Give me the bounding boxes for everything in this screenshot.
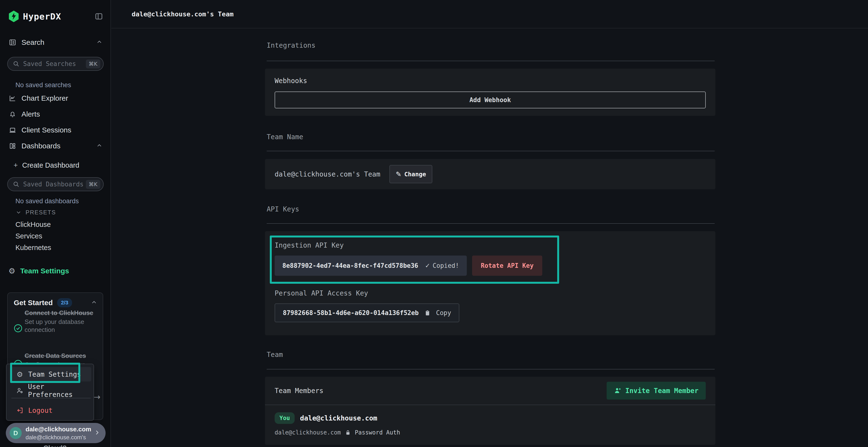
saved-searches-input[interactable] xyxy=(23,60,86,67)
sidebar-item-team-settings[interactable]: ⚙ Team Settings xyxy=(8,266,69,276)
user-team-name: dale@clickhouse.com's xyxy=(26,434,94,441)
saved-searches-input-wrap: ⌘K xyxy=(7,57,104,71)
member-identity: You dale@clickhouse.com xyxy=(275,412,706,424)
topbar: dale@clickhouse.com's Team xyxy=(112,0,868,28)
search-icon xyxy=(12,181,20,188)
personal-api-key-chip[interactable]: 87982668-58b1-4d6e-a620-014a136f52eb Cop… xyxy=(275,304,459,322)
pencil-icon: ✎ xyxy=(396,170,401,178)
ingestion-api-key-value: 8e887902-4ed7-44ea-8fec-f47cd578be36 xyxy=(282,262,418,269)
menu-item-team-settings[interactable]: ⚙ Team Settings xyxy=(10,367,91,381)
hyperdx-logo-icon xyxy=(8,10,19,22)
personal-key-row: 87982668-58b1-4d6e-a620-014a136f52eb Cop… xyxy=(275,304,706,322)
sidebar-item-search[interactable]: Search xyxy=(0,37,111,48)
chart-explorer-icon xyxy=(8,94,17,102)
plus-icon: + xyxy=(11,161,20,169)
preset-item-services[interactable]: Services xyxy=(16,232,42,240)
team-members-title: Team Members xyxy=(275,387,323,395)
sidebar-item-dashboards[interactable]: Dashboards xyxy=(0,140,111,152)
team-card: Team Members Invite Team Member You dale… xyxy=(265,377,715,445)
sidebar-item-label: Client Sessions xyxy=(22,126,71,134)
dashboards-icon xyxy=(8,142,17,150)
user-account-button[interactable]: D dale@clickhouse.com dale@clickhouse.co… xyxy=(6,423,105,443)
bell-icon xyxy=(8,110,17,118)
menu-item-label: Team Settings xyxy=(28,370,81,378)
section-divider xyxy=(267,151,715,151)
add-webhook-button[interactable]: Add Webhook xyxy=(275,92,706,108)
clipped-cloud-text: Cloud? xyxy=(43,444,66,447)
chevron-down-icon xyxy=(16,209,22,215)
page-title: dale@clickhouse.com's Team xyxy=(132,10,234,18)
section-divider xyxy=(267,223,715,224)
you-badge: You xyxy=(275,412,294,424)
copied-label: Copied! xyxy=(433,262,459,269)
chevron-right-icon xyxy=(94,429,101,437)
change-team-name-button[interactable]: ✎ Change xyxy=(390,165,432,183)
get-started-header[interactable]: Get Started 2/3 xyxy=(14,298,97,307)
menu-item-user-preferences[interactable]: User Preferences xyxy=(10,383,91,398)
api-keys-card: Ingestion API Key 8e887902-4ed7-44ea-8fe… xyxy=(265,231,715,335)
menu-item-label: User Preferences xyxy=(28,383,91,399)
team-card-header: Team Members Invite Team Member xyxy=(265,377,715,405)
search-icon xyxy=(12,60,20,67)
copied-indicator: ✓ Copied! xyxy=(425,262,459,269)
create-dashboard-button[interactable]: + Create Dashboard xyxy=(0,160,111,171)
sidebar-item-label: Chart Explorer xyxy=(22,94,68,102)
create-dashboard-label: Create Dashboard xyxy=(22,161,79,169)
team-name-card: dale@clickhouse.com's Team ✎ Change xyxy=(265,159,715,189)
sidebar-item-label: Alerts xyxy=(22,110,40,118)
chevron-up-icon[interactable] xyxy=(96,142,103,150)
gear-icon: ⚙ xyxy=(8,266,16,276)
check-circle-icon xyxy=(13,324,23,333)
member-name: dale@clickhouse.com xyxy=(300,414,377,422)
auth-method-label: Password Auth xyxy=(355,429,400,436)
lock-icon xyxy=(345,429,351,436)
shortcut-badge: ⌘K xyxy=(86,60,100,68)
user-email: dale@clickhouse.com xyxy=(26,425,94,433)
gear-icon: ⚙ xyxy=(16,370,24,379)
menu-divider xyxy=(11,398,91,398)
team-member-row: You dale@clickhouse.com dale@clickhouse.… xyxy=(265,405,715,443)
ingestion-api-key-chip[interactable]: 8e887902-4ed7-44ea-8fec-f47cd578be36 ✓ C… xyxy=(275,255,467,276)
shortcut-badge: ⌘K xyxy=(86,180,100,189)
change-label: Change xyxy=(404,171,426,178)
saved-dashboards-input[interactable] xyxy=(23,181,86,188)
no-saved-dashboards-note: No saved dashboards xyxy=(16,198,79,205)
step-title: Connect to ClickHouse xyxy=(25,309,93,317)
team-settings-label: Team Settings xyxy=(20,267,69,275)
preset-item-kubernetes[interactable]: Kubernetes xyxy=(16,244,51,252)
saved-dashboards-input-wrap: ⌘K xyxy=(7,177,104,191)
clipboard-icon xyxy=(424,309,431,316)
team-name-value: dale@clickhouse.com's Team xyxy=(275,170,380,178)
sidebar-collapse-icon[interactable] xyxy=(94,12,103,21)
sidebar-item-client-sessions[interactable]: Client Sessions xyxy=(0,124,111,136)
chevron-up-icon[interactable] xyxy=(96,38,103,46)
main-content: dale@clickhouse.com's Team Integrations … xyxy=(112,0,868,447)
rotate-api-key-button[interactable]: Rotate API Key xyxy=(472,255,542,276)
step-subtitle: Set up your database connection xyxy=(25,318,93,334)
member-details: dale@clickhouse.com Password Auth xyxy=(275,429,706,436)
integrations-heading: Integrations xyxy=(267,41,715,49)
menu-item-label: Logout xyxy=(28,407,53,414)
sidebar-item-label: Search xyxy=(22,38,44,46)
user-texts: dale@clickhouse.com dale@clickhouse.com'… xyxy=(26,425,94,441)
user-plus-icon xyxy=(614,387,622,394)
sidebar-item-alerts[interactable]: Alerts xyxy=(0,108,111,120)
sidebar-item-chart-explorer[interactable]: Chart Explorer xyxy=(0,93,111,104)
arrow-right-icon: → xyxy=(94,392,100,402)
check-icon: ✓ xyxy=(425,262,430,269)
copy-label: Copy xyxy=(436,309,452,316)
chevron-up-icon[interactable] xyxy=(91,299,97,307)
ingestion-api-key-label: Ingestion API Key xyxy=(275,241,706,249)
section-divider xyxy=(267,369,715,370)
preset-item-clickhouse[interactable]: ClickHouse xyxy=(16,220,51,229)
personal-api-key-value: 87982668-58b1-4d6e-a620-014a136f52eb xyxy=(283,309,419,316)
progress-badge: 2/3 xyxy=(57,298,72,307)
invite-team-member-button[interactable]: Invite Team Member xyxy=(607,382,706,400)
api-keys-heading: API Keys xyxy=(267,205,715,213)
presets-toggle[interactable]: PRESETS xyxy=(16,209,56,216)
webhooks-card: Webhooks Add Webhook xyxy=(265,69,715,116)
team-name-row: dale@clickhouse.com's Team ✎ Change xyxy=(275,165,432,183)
sidebar: HyperDX Search ⌘K No saved searches Char… xyxy=(0,0,111,447)
get-started-step[interactable]: Connect to ClickHouse Set up your databa… xyxy=(25,309,93,334)
menu-item-logout[interactable]: Logout xyxy=(10,403,91,418)
